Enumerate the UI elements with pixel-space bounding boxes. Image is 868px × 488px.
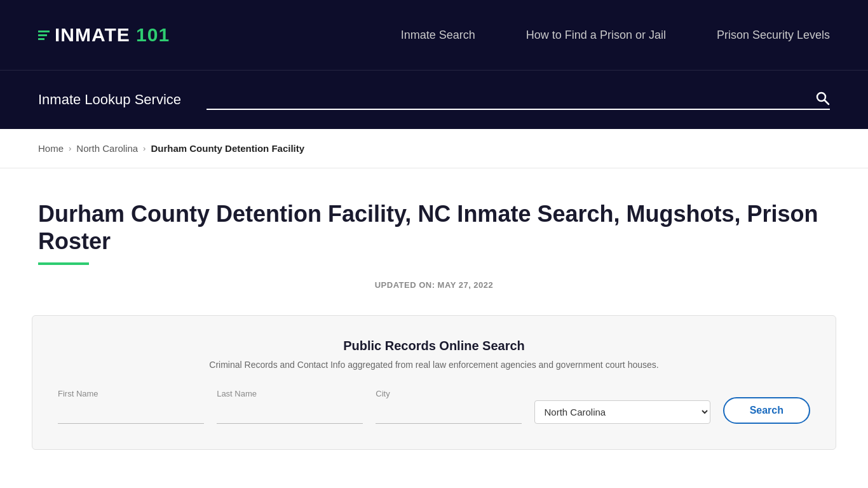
search-section: Inmate Lookup Service xyxy=(0,70,868,129)
title-underline xyxy=(38,262,89,265)
nav-link[interactable]: How to Find a Prison or Jail xyxy=(526,29,666,41)
last-name-field: Last Name xyxy=(217,389,363,424)
public-records-subtitle: Criminal Records and Contact Info aggreg… xyxy=(58,360,810,370)
city-input[interactable] xyxy=(376,402,522,424)
last-name-label: Last Name xyxy=(217,389,363,398)
nav-link[interactable]: Inmate Search xyxy=(401,29,475,41)
logo-icon xyxy=(38,30,50,40)
breadcrumb-home[interactable]: Home xyxy=(38,143,64,154)
public-records-title: Public Records Online Search xyxy=(58,339,810,353)
breadcrumb-section: Home › North Carolina › Durham County De… xyxy=(0,129,868,168)
svg-line-1 xyxy=(825,100,829,105)
search-input-wrapper xyxy=(207,90,830,110)
first-name-label: First Name xyxy=(58,389,204,398)
public-records-form: First Name Last Name City AlabamaAlaskaA… xyxy=(58,389,810,424)
state-select[interactable]: AlabamaAlaskaArizonaArkansasCaliforniaCo… xyxy=(534,400,710,424)
main-nav: Inmate SearchHow to Find a Prison or Jai… xyxy=(401,29,830,42)
last-name-input[interactable] xyxy=(217,402,363,424)
search-section-label: Inmate Lookup Service xyxy=(38,92,181,108)
breadcrumb: Home › North Carolina › Durham County De… xyxy=(38,143,830,154)
logo[interactable]: INMATE 101 xyxy=(38,24,170,46)
breadcrumb-chevron-2: › xyxy=(143,144,146,153)
search-input[interactable] xyxy=(207,90,815,106)
public-records-box: Public Records Online Search Criminal Re… xyxy=(32,315,836,450)
main-content: Durham County Detention Facility, NC Inm… xyxy=(0,168,868,475)
breadcrumb-current: Durham County Detention Facility xyxy=(151,143,304,154)
site-header: INMATE 101 Inmate SearchHow to Find a Pr… xyxy=(0,0,868,70)
breadcrumb-chevron-1: › xyxy=(69,144,71,153)
city-field: City xyxy=(376,389,522,424)
updated-on: UPDATED ON: MAY 27, 2022 xyxy=(38,280,830,290)
state-field: AlabamaAlaskaArizonaArkansasCaliforniaCo… xyxy=(534,400,710,424)
breadcrumb-state[interactable]: North Carolina xyxy=(76,143,138,154)
city-label: City xyxy=(376,389,522,398)
nav-link[interactable]: Prison Security Levels xyxy=(717,29,830,41)
search-icon xyxy=(815,90,830,105)
logo-text: INMATE 101 xyxy=(55,24,170,46)
search-submit-button[interactable] xyxy=(815,90,830,105)
search-button[interactable]: Search xyxy=(723,397,810,424)
first-name-input[interactable] xyxy=(58,402,204,424)
first-name-field: First Name xyxy=(58,389,204,424)
page-title: Durham County Detention Facility, NC Inm… xyxy=(38,200,830,255)
